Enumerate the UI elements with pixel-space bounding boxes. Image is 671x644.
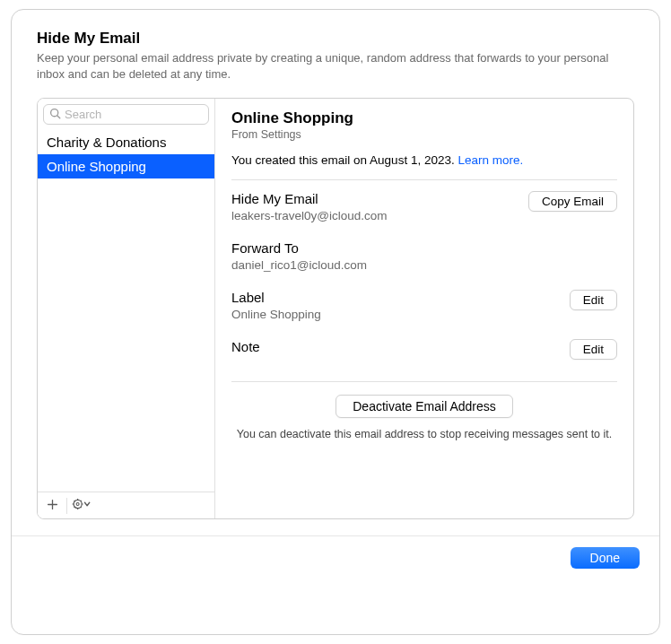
detail-title: Online Shopping [231,109,617,127]
search-field[interactable] [43,104,209,125]
svg-point-5 [76,503,79,506]
main-panel: Charity & DonationsOnline Shopping [37,98,634,519]
separator [231,381,617,382]
list-item[interactable]: Online Shopping [38,154,214,178]
svg-line-12 [74,507,75,508]
edit-label-button[interactable]: Edit [570,290,617,310]
footer: Done [12,535,659,569]
note-info: Note [231,339,260,354]
page-description: Keep your personal email address private… [37,50,611,82]
hide-my-email-value: leakers-travel0y@icloud.com [231,209,388,222]
sidebar-toolbar [38,492,214,518]
search-wrap [38,99,214,130]
modal-sheet: Hide My Email Keep your personal email a… [11,9,660,635]
created-text: You created this email on August 1, 2023… [231,153,458,167]
note-label: Note [231,339,260,354]
deactivate-note: You can deactivate this email address to… [231,427,617,442]
copy-email-button[interactable]: Copy Email [528,191,617,212]
svg-line-1 [57,116,60,118]
label-section: Label Online Shopping Edit [231,275,617,325]
hide-my-email-info: Hide My Email leakers-travel0y@icloud.co… [231,191,388,222]
forward-to-label: Forward To [231,240,367,256]
search-input[interactable] [65,108,203,121]
label-label: Label [231,290,321,305]
svg-line-13 [81,500,82,501]
forward-to-info: Forward To daniel_rico1@icloud.com [231,240,367,272]
list-item[interactable]: Charity & Donations [38,130,214,154]
forward-to-section: Forward To daniel_rico1@icloud.com [231,226,617,275]
deactivate-button[interactable]: Deactivate Email Address [336,395,513,418]
detail-pane: Online Shopping From Settings You create… [215,99,633,518]
note-section: Note Edit [231,325,617,369]
done-button[interactable]: Done [571,547,640,569]
label-info: Label Online Shopping [231,290,321,321]
page-title: Hide My Email [37,30,634,48]
gear-icon [72,498,92,513]
add-button[interactable] [38,492,66,518]
header: Hide My Email Keep your personal email a… [37,30,634,82]
hide-my-email-section: Hide My Email leakers-travel0y@icloud.co… [231,180,617,226]
hide-my-email-label: Hide My Email [231,191,388,206]
forward-to-value: daniel_rico1@icloud.com [231,258,367,272]
learn-more-link[interactable]: Learn more. [458,153,523,167]
sidebar: Charity & DonationsOnline Shopping [38,99,215,518]
label-value: Online Shopping [231,308,321,321]
svg-line-11 [81,507,82,508]
plus-icon [47,499,58,513]
edit-note-button[interactable]: Edit [570,339,617,360]
options-button[interactable] [67,492,96,518]
created-line: You created this email on August 1, 2023… [231,153,617,167]
deactivate-wrap: Deactivate Email Address You can deactiv… [231,395,617,442]
sidebar-list: Charity & DonationsOnline Shopping [38,130,214,492]
detail-subtitle: From Settings [231,128,617,141]
search-icon [49,108,65,122]
svg-line-10 [74,500,75,501]
